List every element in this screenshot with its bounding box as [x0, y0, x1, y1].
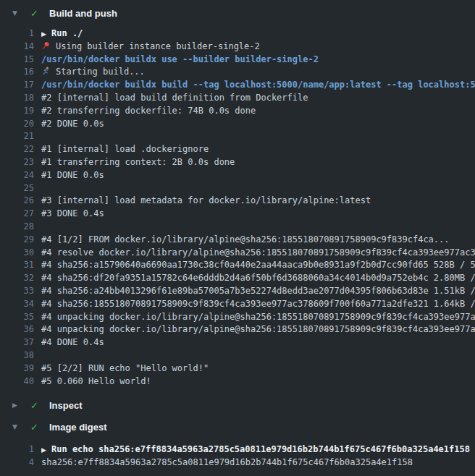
log-line: 27#3 DONE 0.4s: [0, 208, 475, 221]
line-number[interactable]: 35: [0, 311, 34, 324]
log-text-content: #3 [internal] load metadata for docker.i…: [41, 195, 371, 205]
log-text: [41, 221, 475, 234]
log-line: 24#1 DONE 0.0s: [0, 169, 475, 182]
line-number[interactable]: 33: [0, 285, 34, 298]
line-number[interactable]: 20: [0, 118, 34, 131]
log-text: /usr/bin/docker buildx use --builder bui…: [41, 54, 475, 67]
log-text-content: #1 transferring context: 2B 0.0s done: [41, 157, 235, 167]
log-text-content: #5 0.060 Hello world!: [41, 376, 151, 386]
log-line: 20#2 DONE 0.0s: [0, 118, 475, 131]
log-line: 29#4 [1/2] FROM docker.io/library/alpine…: [0, 234, 475, 247]
line-number[interactable]: 29: [0, 234, 34, 247]
line-number[interactable]: 27: [0, 208, 34, 221]
log-line: 30#4 resolve docker.io/library/alpine@sh…: [0, 247, 475, 260]
log-text: Starting build...: [41, 66, 475, 79]
log-text: #4 sha256:185518070891758909c9f839cf4ca3…: [41, 298, 475, 311]
line-number[interactable]: 21: [0, 130, 34, 143]
log-line: 4sha256:e7ff8834a5963a2785c5a0811e979d16…: [0, 456, 475, 469]
log-line: 1▶Run echo sha256:e7ff8834a5963a2785c5a0…: [0, 443, 475, 456]
line-number[interactable]: 28: [0, 221, 34, 234]
section-title: Inspect: [49, 400, 83, 411]
log-text-content: #4 [1/2] FROM docker.io/library/alpine@s…: [41, 234, 450, 245]
log-line: 22#1 [internal] load .dockerignore: [0, 143, 475, 156]
log-line: 34#4 sha256:185518070891758909c9f839cf4c…: [0, 298, 475, 311]
log-text-content: #3 DONE 0.4s: [41, 208, 104, 218]
line-number[interactable]: 32: [0, 272, 34, 285]
log-text: #1 DONE 0.0s: [41, 169, 475, 182]
chevron-down-icon: ▼: [12, 423, 22, 430]
log-text: #4 DONE 0.4s: [41, 336, 475, 349]
line-number[interactable]: 24: [0, 169, 34, 182]
spacer: [0, 388, 475, 394]
line-number[interactable]: 16: [0, 66, 34, 79]
line-number[interactable]: 18: [0, 92, 34, 105]
line-number[interactable]: 15: [0, 54, 34, 67]
log-text: #4 unpacking docker.io/library/alpine@sh…: [41, 323, 475, 336]
line-number[interactable]: 40: [0, 375, 34, 388]
line-number[interactable]: 26: [0, 195, 34, 208]
section-header-build-and-push[interactable]: ▼✓Build and push: [0, 2, 475, 24]
section-header-image-digest[interactable]: ▼✓Image digest: [0, 416, 475, 438]
log-line: 40#5 0.060 Hello world!: [0, 375, 475, 388]
log-text-content: #2 [internal] load build definition from…: [41, 93, 308, 103]
log-line: 18#2 [internal] load build definition fr…: [0, 92, 475, 105]
chevron-right-icon: ▶: [12, 401, 22, 409]
log-text-content: Run ./: [51, 28, 83, 38]
line-number[interactable]: 22: [0, 143, 34, 156]
log-text: ▶Run ./: [41, 27, 475, 41]
line-number[interactable]: 25: [0, 182, 34, 195]
group-toggle-icon[interactable]: ▶: [41, 28, 51, 41]
log-text: [41, 182, 475, 195]
log-line: 1▶Run ./: [0, 27, 475, 41]
line-number[interactable]: 31: [0, 259, 34, 272]
line-number[interactable]: 30: [0, 247, 34, 260]
log-text: #5 [2/2] RUN echo "Hello world!": [41, 362, 475, 375]
log-text-content: #1 DONE 0.0s: [41, 170, 104, 180]
line-number[interactable]: 39: [0, 362, 34, 375]
line-number[interactable]: 17: [0, 79, 34, 92]
line-number[interactable]: 38: [0, 349, 34, 362]
log-text-content: #2 transferring dockerfile: 74B 0.0s don…: [41, 106, 256, 116]
section-header-inspect[interactable]: ▶✓Inspect: [0, 394, 475, 416]
group-toggle-icon[interactable]: ▶: [41, 444, 51, 456]
log-line: 39#5 [2/2] RUN echo "Hello world!": [0, 362, 475, 375]
log-line: 31#4 sha256:a15790640a6690aa1730c38cf0a4…: [0, 259, 475, 272]
log-text-content: #2 DONE 0.0s: [41, 119, 104, 129]
pushpin-icon: [41, 41, 51, 50]
line-number[interactable]: 34: [0, 298, 34, 311]
log-text-content: #4 sha256:185518070891758909c9f839cf4ca3…: [41, 299, 475, 309]
log-line: 15/usr/bin/docker buildx use --builder b…: [0, 54, 475, 67]
log-line: 21: [0, 130, 475, 143]
log-text: Using builder instance builder-single-2: [41, 41, 475, 54]
line-number[interactable]: 4: [0, 456, 34, 469]
log-block: 1▶Run echo sha256:e7ff8834a5963a2785c5a0…: [0, 440, 475, 469]
line-number[interactable]: 37: [0, 336, 34, 349]
log-text-content: #4 sha256:df20fa9351a15782c64e6dddb2d4a6…: [41, 273, 475, 283]
line-number[interactable]: 19: [0, 105, 34, 118]
section-title: Build and push: [49, 8, 117, 19]
log-text-content: /usr/bin/docker buildx use --builder bui…: [41, 54, 319, 64]
log-line: 25: [0, 182, 475, 195]
log-text-content: #4 resolve docker.io/library/alpine@sha2…: [41, 247, 475, 258]
log-text-content: #4 DONE 0.4s: [41, 337, 104, 347]
log-line: 36#4 unpacking docker.io/library/alpine@…: [0, 323, 475, 336]
log-line: 14Using builder instance builder-single-…: [0, 41, 475, 54]
log-text: #4 unpacking docker.io/library/alpine@sh…: [41, 311, 475, 324]
line-number[interactable]: 36: [0, 323, 34, 336]
log-text-content: Run echo sha256:e7ff8834a5963a2785c5a081…: [51, 444, 470, 454]
line-number[interactable]: 14: [0, 41, 34, 54]
log-text: /usr/bin/docker buildx build --tag local…: [41, 79, 475, 92]
log-line: 38: [0, 349, 475, 362]
log-text: #4 resolve docker.io/library/alpine@sha2…: [41, 247, 475, 260]
success-check-icon: ✓: [30, 400, 41, 411]
runner-icon: [41, 67, 51, 75]
log-text-content: #4 sha256:a24bb4013296f61e89ba57005a7b3e…: [41, 286, 475, 296]
line-number[interactable]: 1: [0, 443, 34, 456]
log-block: 1▶Run ./14Using builder instance builder…: [0, 24, 475, 388]
workflow-log-viewer: ▼✓Build and push1▶Run ./14Using builder …: [0, 2, 475, 469]
line-number[interactable]: 23: [0, 156, 34, 169]
log-text-content: #1 [internal] load .dockerignore: [41, 144, 209, 154]
line-number[interactable]: 1: [0, 27, 34, 41]
log-line: 26#3 [internal] load metadata for docker…: [0, 195, 475, 208]
success-check-icon: ✓: [30, 8, 41, 19]
